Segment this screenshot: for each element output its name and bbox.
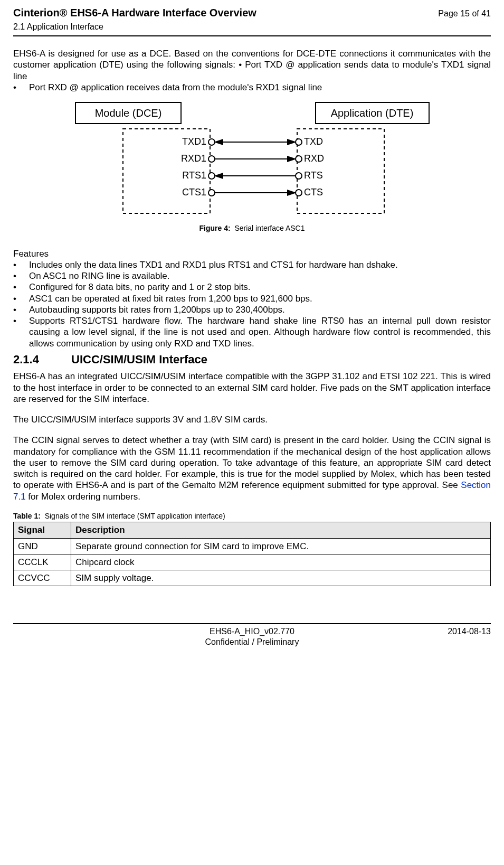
svg-point-23 [296,190,302,196]
footer-rule [13,623,491,624]
feature-item: •Supports RTS1/CTS1 hardware flow. The h… [13,315,491,349]
section-title: UICC/SIM/USIM Interface [71,353,207,366]
feature-item: •Configured for 8 data bits, no parity a… [13,281,491,293]
bullet-text: Port RXD @ application receives data fro… [29,82,491,93]
signal-cell: GND [14,538,71,554]
footer-confidential: Confidential / Preliminary [205,637,299,646]
signal-cell: CCVCC [14,570,71,586]
svg-point-11 [208,156,215,162]
description-cell: Separate ground connection for SIM card … [71,538,491,554]
feature-text: Configured for 8 data bits, no parity an… [29,281,491,293]
table-number: Table 1: [13,512,41,520]
col-description-header: Description [71,522,491,538]
sim-paragraph-3: The CCIN signal serves to detect whether… [13,435,491,502]
bullet-dot: • [13,82,29,93]
section-number: 2.1.4 [13,352,71,367]
table-row: CCVCC SIM supply voltage. [14,570,491,586]
svg-text:RTS1: RTS1 [182,170,206,181]
figure-number: Figure 4: [199,224,231,232]
footer-doc-id: EHS6-A_HIO_v02.770 [210,627,294,636]
doc-title: Cinterion® EHS6-A Hardware Interface Ove… [13,6,256,20]
feature-text: On ASC1 no RING line is available. [29,270,491,281]
page-footer: EHS6-A_HIO_v02.770 Confidential / Prelim… [13,623,491,647]
table-title: Signals of the SIM interface (SMT applic… [45,512,225,520]
feature-item: •Includes only the data lines TXD1 and R… [13,259,491,270]
svg-text:CTS: CTS [304,187,323,198]
description-cell: Chipcard clock [71,554,491,570]
figure-title: Serial interface ASC1 [234,224,305,232]
table-caption: Table 1: Signals of the SIM interface (S… [13,512,491,521]
svg-text:TXD1: TXD1 [182,136,206,147]
svg-text:RTS: RTS [304,170,323,181]
feature-item: •On ASC1 no RING line is available. [13,270,491,281]
svg-text:TXD: TXD [304,136,323,147]
header-subsection: 2.1 Application Interface [13,22,491,32]
feature-text: ASC1 can be operated at fixed bit rates … [29,293,491,304]
table-header-row: Signal Description [14,522,491,538]
feature-item: •Autobauding supports bit rates from 1,2… [13,304,491,315]
p3-text-b: for Molex ordering numbers. [26,492,140,502]
module-label: Module (DCE) [94,107,161,119]
col-signal-header: Signal [14,522,71,538]
svg-point-18 [296,173,302,179]
p3-text-a: The CCIN signal serves to detect whether… [13,435,491,490]
svg-point-5 [208,139,215,145]
svg-point-21 [208,190,215,196]
description-cell: SIM supply voltage. [71,570,491,586]
serial-interface-diagram: Module (DCE) Application (DTE) TXD1 TXD … [62,97,442,219]
svg-point-13 [296,156,302,162]
page-number: Page 15 of 41 [438,8,491,19]
feature-text: Supports RTS1/CTS1 hardware flow. The ha… [29,315,491,349]
sim-signals-table: Signal Description GND Separate ground c… [13,522,491,586]
figure-caption: Figure 4: Serial interface ASC1 [13,224,491,233]
page-header: Cinterion® EHS6-A Hardware Interface Ove… [13,6,491,20]
feature-item: •ASC1 can be operated at fixed bit rates… [13,293,491,304]
signal-cell: CCCLK [14,554,71,570]
svg-text:RXD1: RXD1 [180,153,206,164]
svg-point-7 [296,139,302,145]
table-row: CCCLK Chipcard clock [14,554,491,570]
figure-4: Module (DCE) Application (DTE) TXD1 TXD … [13,97,491,219]
application-label: Application (DTE) [330,107,413,119]
intro-bullet: • Port RXD @ application receives data f… [13,82,491,93]
header-rule [13,35,491,36]
svg-text:RXD: RXD [304,153,324,164]
table-row: GND Separate ground connection for SIM c… [14,538,491,554]
features-heading: Features [13,248,491,259]
sim-paragraph-1: EHS6-A has an integrated UICC/SIM/USIM i… [13,371,491,405]
section-heading: 2.1.4UICC/SIM/USIM Interface [13,352,491,367]
feature-text: Includes only the data lines TXD1 and RX… [29,259,491,270]
svg-text:CTS1: CTS1 [182,187,206,198]
feature-text: Autobauding supports bit rates from 1,20… [29,304,491,315]
intro-paragraph: EHS6-A is designed for use as a DCE. Bas… [13,48,491,82]
svg-point-16 [208,173,215,179]
footer-date: 2014-08-13 [417,626,491,647]
sim-paragraph-2: The UICC/SIM/USIM interface supports 3V … [13,414,491,425]
